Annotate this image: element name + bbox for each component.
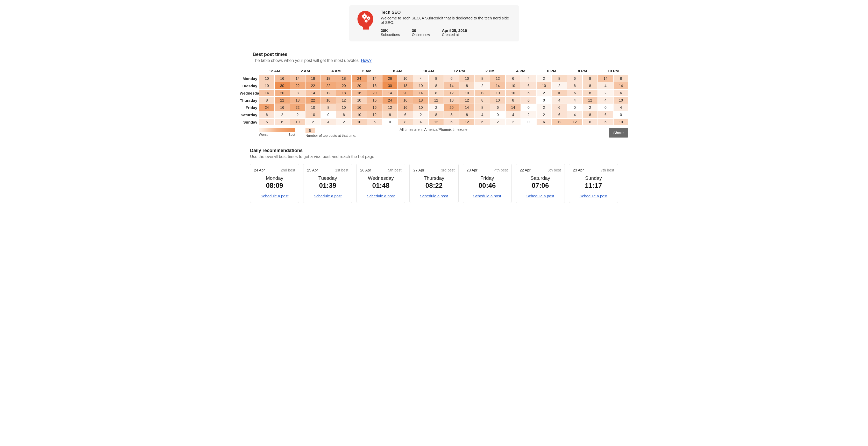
heatmap-cell[interactable]: 0 xyxy=(382,119,397,125)
heatmap-cell[interactable]: 10 xyxy=(306,104,320,111)
heatmap-cell[interactable]: 22 xyxy=(306,97,320,104)
heatmap-cell[interactable]: 10 xyxy=(352,97,367,104)
heatmap-cell[interactable]: 10 xyxy=(336,104,351,111)
heatmap-cell[interactable]: 4 xyxy=(475,112,490,118)
heatmap-cell[interactable]: 12 xyxy=(552,119,567,125)
heatmap-cell[interactable]: 10 xyxy=(352,119,367,125)
heatmap-cell[interactable]: 10 xyxy=(398,75,413,82)
heatmap-cell[interactable]: 6 xyxy=(552,104,567,111)
heatmap-cell[interactable]: 16 xyxy=(321,97,336,104)
schedule-post-link[interactable]: Schedule a post xyxy=(261,194,289,198)
heatmap-cell[interactable]: 16 xyxy=(398,97,413,104)
heatmap-cell[interactable]: 16 xyxy=(398,104,413,111)
heatmap-cell[interactable]: 22 xyxy=(290,83,305,89)
heatmap-cell[interactable]: 18 xyxy=(306,75,320,82)
heatmap-cell[interactable]: 6 xyxy=(259,119,274,125)
schedule-post-link[interactable]: Schedule a post xyxy=(314,194,342,198)
heatmap-cell[interactable]: 6 xyxy=(537,119,551,125)
heatmap-cell[interactable]: 8 xyxy=(506,97,521,104)
heatmap-cell[interactable]: 10 xyxy=(506,90,521,96)
heatmap-cell[interactable]: 6 xyxy=(521,90,536,96)
heatmap-cell[interactable]: 22 xyxy=(306,83,320,89)
heatmap-cell[interactable]: 30 xyxy=(275,83,289,89)
heatmap-cell[interactable]: 26 xyxy=(382,75,397,82)
heatmap-cell[interactable]: 0 xyxy=(490,112,505,118)
heatmap-cell[interactable]: 14 xyxy=(306,90,320,96)
heatmap-cell[interactable]: 12 xyxy=(490,75,505,82)
heatmap-cell[interactable]: 18 xyxy=(336,75,351,82)
heatmap-cell[interactable]: 14 xyxy=(490,83,505,89)
heatmap-cell[interactable]: 12 xyxy=(429,97,443,104)
heatmap-cell[interactable]: 8 xyxy=(614,75,628,82)
heatmap-cell[interactable]: 6 xyxy=(444,119,459,125)
heatmap-cell[interactable]: 20 xyxy=(352,83,367,89)
heatmap-cell[interactable]: 10 xyxy=(490,90,505,96)
heatmap-cell[interactable]: 6 xyxy=(275,119,289,125)
heatmap-cell[interactable]: 6 xyxy=(567,83,582,89)
heatmap-cell[interactable]: 20 xyxy=(367,90,382,96)
heatmap-cell[interactable]: 10 xyxy=(259,83,274,89)
heatmap-cell[interactable]: 6 xyxy=(475,119,490,125)
heatmap-cell[interactable]: 12 xyxy=(382,104,397,111)
heatmap-cell[interactable]: 8 xyxy=(382,112,397,118)
heatmap-cell[interactable]: 24 xyxy=(352,75,367,82)
heatmap-cell[interactable]: 12 xyxy=(567,119,582,125)
heatmap-cell[interactable]: 18 xyxy=(413,97,428,104)
heatmap-cell[interactable]: 16 xyxy=(275,104,289,111)
heatmap-cell[interactable]: 6 xyxy=(521,83,536,89)
heatmap-cell[interactable]: 6 xyxy=(367,119,382,125)
heatmap-cell[interactable]: 4 xyxy=(413,75,428,82)
heatmap-cell[interactable]: 4 xyxy=(321,119,336,125)
heatmap-cell[interactable]: 12 xyxy=(459,97,474,104)
heatmap-cell[interactable]: 12 xyxy=(444,90,459,96)
share-button[interactable]: Share xyxy=(609,128,628,137)
heatmap-cell[interactable]: 8 xyxy=(259,97,274,104)
heatmap-cell[interactable]: 12 xyxy=(475,90,490,96)
heatmap-cell[interactable]: 0 xyxy=(567,104,582,111)
heatmap-cell[interactable]: 12 xyxy=(459,119,474,125)
heatmap-cell[interactable]: 10 xyxy=(614,119,628,125)
heatmap-cell[interactable]: 2 xyxy=(583,104,597,111)
heatmap-cell[interactable]: 10 xyxy=(444,97,459,104)
heatmap-cell[interactable]: 16 xyxy=(367,83,382,89)
heatmap-cell[interactable]: 10 xyxy=(413,83,428,89)
heatmap-cell[interactable]: 6 xyxy=(506,75,521,82)
heatmap-cell[interactable]: 2 xyxy=(413,112,428,118)
heatmap-cell[interactable]: 8 xyxy=(321,104,336,111)
heatmap-cell[interactable]: 12 xyxy=(336,97,351,104)
heatmap-cell[interactable]: 6 xyxy=(521,97,536,104)
heatmap-cell[interactable]: 8 xyxy=(459,112,474,118)
heatmap-cell[interactable]: 20 xyxy=(444,104,459,111)
heatmap-cell[interactable]: 8 xyxy=(552,75,567,82)
heatmap-cell[interactable]: 4 xyxy=(598,83,613,89)
heatmap-cell[interactable]: 0 xyxy=(521,104,536,111)
heatmap-cell[interactable]: 6 xyxy=(583,119,597,125)
heatmap-cell[interactable]: 2 xyxy=(475,83,490,89)
heatmap-cell[interactable]: 6 xyxy=(552,112,567,118)
heatmap-cell[interactable]: 4 xyxy=(413,119,428,125)
heatmap-cell[interactable]: 8 xyxy=(398,119,413,125)
heatmap-cell[interactable]: 22 xyxy=(290,104,305,111)
heatmap-cell[interactable]: 4 xyxy=(614,104,628,111)
heatmap-cell[interactable]: 8 xyxy=(429,75,443,82)
heatmap-cell[interactable]: 6 xyxy=(490,104,505,111)
heatmap-cell[interactable]: 10 xyxy=(290,119,305,125)
heatmap-cell[interactable]: 14 xyxy=(459,104,474,111)
heatmap-cell[interactable]: 8 xyxy=(475,104,490,111)
heatmap-cell[interactable]: 2 xyxy=(506,119,521,125)
heatmap-cell[interactable]: 2 xyxy=(336,119,351,125)
heatmap-cell[interactable]: 6 xyxy=(614,90,628,96)
heatmap-cell[interactable]: 4 xyxy=(567,112,582,118)
heatmap-cell[interactable]: 16 xyxy=(275,75,289,82)
heatmap-cell[interactable]: 8 xyxy=(290,90,305,96)
heatmap-cell[interactable]: 16 xyxy=(352,104,367,111)
heatmap-cell[interactable]: 14 xyxy=(444,83,459,89)
schedule-post-link[interactable]: Schedule a post xyxy=(580,194,608,198)
heatmap-cell[interactable]: 16 xyxy=(352,90,367,96)
heatmap-cell[interactable]: 0 xyxy=(598,104,613,111)
heatmap-cell[interactable]: 8 xyxy=(475,97,490,104)
heatmap-cell[interactable]: 0 xyxy=(321,112,336,118)
heatmap-cell[interactable]: 0 xyxy=(614,112,628,118)
heatmap-cell[interactable]: 4 xyxy=(552,97,567,104)
heatmap-cell[interactable]: 6 xyxy=(336,112,351,118)
